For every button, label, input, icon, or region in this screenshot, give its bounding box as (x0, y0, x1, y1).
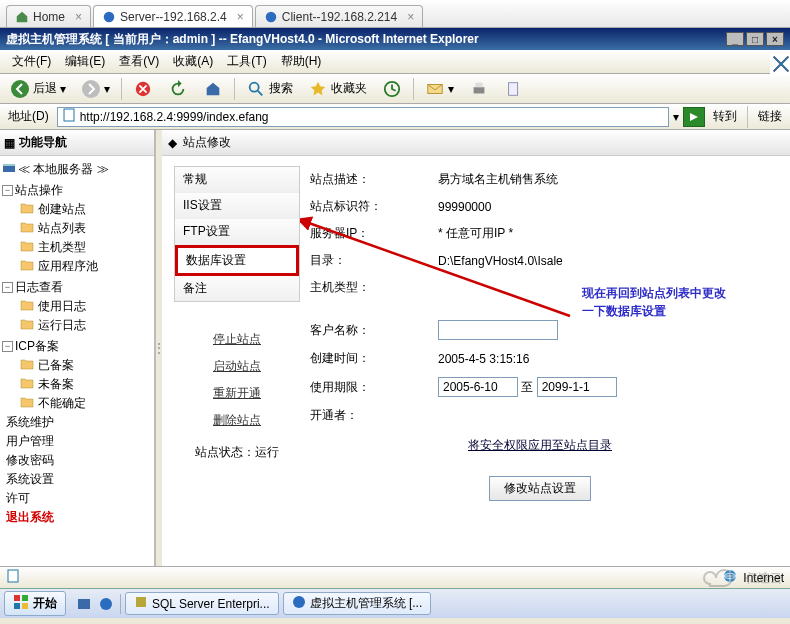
ql-icon[interactable] (96, 594, 116, 614)
cust-input[interactable] (438, 320, 558, 340)
tree-section-icp[interactable]: − ICP备案 (2, 337, 152, 356)
action-reopen[interactable]: 重新开通 (174, 380, 300, 407)
nav-link-settings[interactable]: 系统设置 (2, 470, 152, 489)
tree-item[interactable]: 未备案 (20, 375, 152, 394)
tree-item[interactable]: 站点列表 (20, 219, 152, 238)
tab-home[interactable]: Home × (6, 5, 91, 27)
action-start[interactable]: 启动站点 (174, 353, 300, 380)
submit-button[interactable]: 修改站点设置 (489, 476, 591, 501)
search-button[interactable]: 搜索 (240, 76, 299, 102)
period-to-input[interactable] (537, 377, 617, 397)
history-button[interactable] (376, 76, 408, 102)
favorites-label: 收藏夹 (331, 80, 367, 97)
svg-point-1 (266, 11, 277, 22)
nav-link-exit[interactable]: 退出系统 (2, 508, 152, 527)
back-button[interactable]: 后退 ▾ (4, 76, 72, 102)
url-text: http://192.168.2.4:9999/index.efang (80, 110, 269, 124)
tree-item[interactable]: 创建站点 (20, 200, 152, 219)
action-delete[interactable]: 删除站点 (174, 407, 300, 434)
tab-server[interactable]: Server--192.168.2.4 × (93, 5, 253, 27)
nav-link-maintain[interactable]: 系统维护 (2, 413, 152, 432)
perm-link[interactable]: 将安全权限应用至站点目录 (310, 429, 770, 462)
collapse-icon[interactable]: − (2, 282, 13, 293)
tree-item[interactable]: 主机类型 (20, 238, 152, 257)
cat-notes[interactable]: 备注 (175, 276, 299, 301)
start-button[interactable]: 开始 (4, 591, 66, 616)
main-content: ▦ 功能导航 ≪ 本地服务器 ≫ − 站点操作 创建站点 站点列表 主机类型 应… (0, 130, 790, 566)
search-icon (246, 79, 266, 99)
menu-help[interactable]: 帮助(H) (275, 51, 328, 72)
favorites-button[interactable]: 收藏夹 (302, 76, 373, 102)
nav-link-users[interactable]: 用户管理 (2, 432, 152, 451)
chevron-down-icon: ▾ (60, 82, 66, 96)
svg-rect-12 (64, 109, 74, 121)
menu-bar: 文件(F) 编辑(E) 查看(V) 收藏(A) 工具(T) 帮助(H) (0, 50, 790, 74)
folder-icon (20, 259, 34, 274)
folder-icon (20, 221, 34, 236)
go-button[interactable] (683, 107, 705, 127)
cat-iis[interactable]: IIS设置 (175, 193, 299, 219)
close-icon[interactable]: × (75, 10, 82, 24)
period-from-input[interactable] (438, 377, 518, 397)
tree-root[interactable]: ≪ 本地服务器 ≫ (2, 160, 152, 179)
home-icon (15, 10, 29, 24)
maximize-button[interactable]: □ (746, 32, 764, 46)
tree-section-log[interactable]: − 日志查看 (2, 278, 152, 297)
cat-general[interactable]: 常规 (175, 167, 299, 193)
svg-rect-16 (8, 570, 18, 582)
tab-client[interactable]: Client--192.168.2.214 × (255, 5, 423, 27)
tree-item[interactable]: 已备案 (20, 356, 152, 375)
close-icon[interactable]: × (237, 10, 244, 24)
edit-button[interactable] (498, 76, 530, 102)
links-label[interactable]: 链接 (754, 108, 786, 125)
nav-header-icon: ▦ (4, 136, 15, 150)
folder-icon (20, 377, 34, 392)
refresh-button[interactable] (162, 76, 194, 102)
go-label[interactable]: 转到 (709, 108, 741, 125)
address-bar: 地址(D) http://192.168.2.4:9999/index.efan… (0, 104, 790, 130)
minimize-button[interactable]: _ (726, 32, 744, 46)
globe-icon (723, 569, 737, 586)
tree-root-label: ≪ 本地服务器 ≫ (18, 161, 109, 178)
collapse-icon[interactable]: − (2, 185, 13, 196)
menu-tools[interactable]: 工具(T) (221, 51, 272, 72)
menu-file[interactable]: 文件(F) (6, 51, 57, 72)
cat-database[interactable]: 数据库设置 (175, 245, 299, 276)
task-sql[interactable]: SQL Server Enterpri... (125, 592, 279, 615)
ql-icon[interactable] (74, 594, 94, 614)
cat-ftp[interactable]: FTP设置 (175, 219, 299, 245)
tree-item[interactable]: 使用日志 (20, 297, 152, 316)
tree-item[interactable]: 应用程序池 (20, 257, 152, 276)
task-vhost[interactable]: 虚拟主机管理系统 [... (283, 592, 432, 615)
chevron-down-icon[interactable]: ▾ (673, 110, 679, 124)
browser-tabs: Home × Server--192.168.2.4 × Client--192… (0, 0, 790, 28)
close-button[interactable]: × (766, 32, 784, 46)
menu-edit[interactable]: 编辑(E) (59, 51, 111, 72)
mail-button[interactable]: ▾ (419, 76, 460, 102)
menu-view[interactable]: 查看(V) (113, 51, 165, 72)
menu-favorites[interactable]: 收藏(A) (167, 51, 219, 72)
home-button[interactable] (197, 76, 229, 102)
nav-link-license[interactable]: 许可 (2, 489, 152, 508)
url-input[interactable]: http://192.168.2.4:9999/index.efang (57, 107, 669, 127)
nav-link-password[interactable]: 修改密码 (2, 451, 152, 470)
annotation-text: 现在再回到站点列表中更改 一下数据库设置 (582, 284, 726, 320)
forward-button[interactable]: ▾ (75, 76, 116, 102)
close-icon[interactable]: × (407, 10, 414, 24)
refresh-icon (168, 79, 188, 99)
type-label: 主机类型： (310, 279, 430, 296)
tree-item[interactable]: 运行日志 (20, 316, 152, 335)
svg-point-3 (11, 80, 29, 98)
svg-rect-23 (78, 599, 90, 609)
print-button[interactable] (463, 76, 495, 102)
action-stop[interactable]: 停止站点 (174, 326, 300, 353)
site-status: 站点状态：运行 (174, 434, 300, 471)
dir-value: D:\EfangVHost4.0\Isale (438, 254, 770, 268)
stop-button[interactable] (127, 76, 159, 102)
ie-logo-icon (764, 51, 786, 73)
tree-section-site[interactable]: − 站点操作 (2, 181, 152, 200)
nav-header: ▦ 功能导航 (0, 130, 154, 156)
tree-item[interactable]: 不能确定 (20, 394, 152, 413)
id-label: 站点标识符： (310, 198, 430, 215)
collapse-icon[interactable]: − (2, 341, 13, 352)
